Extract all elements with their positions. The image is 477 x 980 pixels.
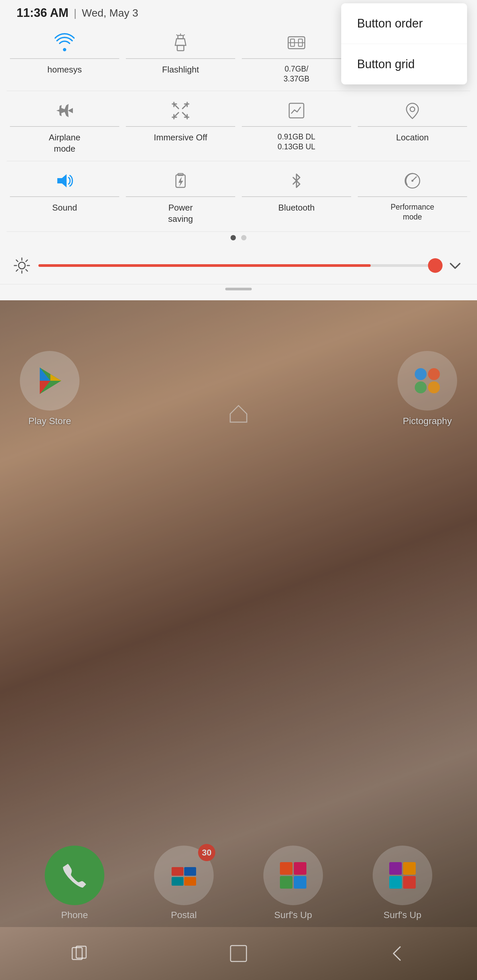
drag-handle-bar [225, 288, 252, 290]
nav-recent-button[interactable] [63, 940, 96, 967]
wifi-icon [10, 32, 119, 59]
tile-flashlight[interactable]: Flashlight [123, 23, 238, 91]
tile-sound[interactable]: Sound [6, 161, 123, 232]
brightness-expand-button[interactable] [447, 257, 464, 274]
flashlight-icon [126, 32, 235, 59]
tile-power[interactable]: Powersaving [123, 161, 238, 232]
svg-line-14 [182, 113, 187, 117]
tile-data-label: 0.91GB DL0.13GB UL [278, 132, 315, 152]
page-indicator-1[interactable] [241, 235, 246, 240]
tile-bluetooth[interactable]: Bluetooth [238, 161, 354, 232]
tile-data[interactable]: 0.91GB DL0.13GB UL [238, 91, 354, 162]
tile-performance[interactable]: Performancemode [354, 161, 471, 232]
svg-line-36 [16, 260, 18, 262]
drag-handle[interactable] [0, 284, 477, 294]
immersive-icon [126, 100, 235, 127]
nav-bar [0, 927, 477, 980]
svg-rect-62 [231, 945, 246, 961]
page-indicator-0[interactable] [231, 235, 236, 240]
bluetooth-icon [242, 170, 351, 197]
brightness-row [0, 247, 477, 284]
status-date: Wed, May 3 [82, 7, 138, 19]
svg-line-3 [183, 35, 185, 35]
status-time: 11:36 AM [17, 6, 69, 20]
brightness-icon [13, 257, 30, 274]
dropdown-button-order[interactable]: Button order [341, 3, 467, 44]
brightness-fill [38, 264, 371, 267]
nav-home-button[interactable] [222, 940, 255, 967]
svg-line-13 [174, 113, 179, 117]
tile-wifi[interactable]: homesys [6, 23, 123, 91]
svg-line-4 [177, 35, 177, 35]
svg-line-37 [26, 269, 27, 271]
tile-memory-label: 0.7GB/3.37GB [284, 64, 309, 84]
tile-wifi-label: homesys [47, 64, 82, 75]
tile-location[interactable]: Location [354, 91, 471, 162]
svg-rect-23 [289, 103, 304, 118]
svg-line-12 [182, 104, 187, 108]
tile-immersive[interactable]: Immersive Off [123, 91, 238, 162]
nav-back-button[interactable] [381, 940, 414, 967]
tile-location-label: Location [396, 132, 429, 143]
location-icon [358, 100, 467, 127]
sound-icon [10, 170, 119, 197]
airplane-icon [10, 100, 119, 127]
svg-line-38 [26, 260, 27, 262]
tile-immersive-label: Immersive Off [154, 132, 207, 143]
svg-point-31 [19, 262, 25, 269]
page-indicators [0, 232, 477, 247]
svg-point-30 [412, 180, 413, 182]
dropdown-button-grid[interactable]: Button grid [341, 44, 467, 84]
tile-bluetooth-label: Bluetooth [278, 202, 315, 213]
memory-icon [242, 32, 351, 59]
brightness-thumb[interactable] [428, 258, 443, 273]
tile-power-label: Powersaving [168, 202, 193, 225]
power-icon [126, 170, 235, 197]
svg-rect-1 [177, 45, 184, 51]
svg-line-39 [16, 269, 18, 271]
svg-marker-25 [57, 174, 67, 188]
data-icon [242, 100, 351, 127]
overlay-dim [0, 239, 477, 927]
tile-airplane[interactable]: Airplanemode [6, 91, 123, 162]
svg-line-11 [174, 104, 179, 108]
status-divider: | [74, 7, 77, 19]
svg-point-24 [410, 107, 415, 111]
tile-sound-label: Sound [52, 202, 77, 213]
tile-flashlight-label: Flashlight [162, 64, 199, 75]
tile-performance-label: Performancemode [391, 202, 434, 222]
brightness-slider[interactable] [38, 264, 439, 267]
dropdown-menu: Button order Button grid [341, 3, 467, 84]
performance-icon [358, 170, 467, 197]
tile-memory[interactable]: 0.7GB/3.37GB [238, 23, 354, 91]
tile-airplane-label: Airplanemode [49, 132, 80, 154]
